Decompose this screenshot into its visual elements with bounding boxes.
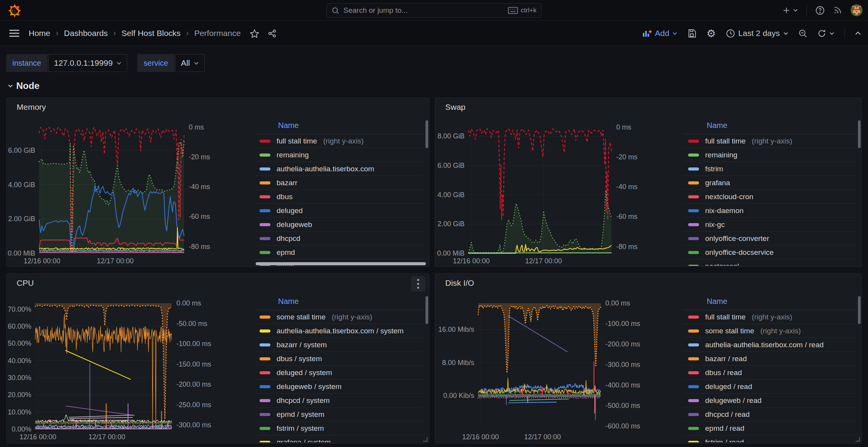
legend-row[interactable]: authelia-authelia.tiserbox.com / system	[254, 324, 424, 338]
legend-series-label[interactable]: dbus	[277, 193, 292, 201]
legend-series-label[interactable]: dbus / system	[277, 355, 322, 363]
grafana-logo[interactable]	[8, 3, 22, 18]
legend-scrollbar[interactable]	[425, 296, 428, 324]
legend-row[interactable]: full stall time (right y-axis)	[683, 134, 856, 148]
legend-series-label[interactable]: dbus / read	[705, 369, 742, 377]
legend-row[interactable]: bazarr	[254, 176, 424, 190]
legend-series-label[interactable]: grafana / system	[277, 438, 331, 443]
legend-series-label[interactable]: onlyoffice-docservice	[705, 248, 774, 257]
legend-scrollbar[interactable]	[858, 296, 861, 324]
legend-series-label[interactable]: nextcloud-cron	[705, 193, 754, 201]
legend-row[interactable]: dhcpcd / system	[254, 394, 424, 408]
legend-row[interactable]: dbus / read	[683, 366, 856, 380]
legend-series-label[interactable]: delugeweb / system	[277, 382, 342, 391]
favorite-button[interactable]	[250, 29, 259, 38]
legend-row[interactable]: dbus	[254, 190, 424, 204]
legend-row[interactable]: dbus / system	[254, 352, 424, 366]
legend-row[interactable]: delugeweb / read	[683, 394, 856, 408]
legend-series-label[interactable]: deluged / read	[705, 382, 752, 391]
legend-row[interactable]: full stall time (right y-axis)	[683, 310, 856, 324]
row-node[interactable]: Node	[8, 80, 39, 91]
legend-series-label[interactable]: some stall time	[705, 327, 754, 335]
legend-series-label[interactable]: fstrim / system	[277, 424, 324, 433]
save-dashboard-button[interactable]	[687, 29, 696, 38]
legend-series-label[interactable]: bazarr / system	[277, 341, 327, 349]
legend-row[interactable]: fstrim	[683, 162, 856, 176]
legend-row[interactable]: nextcloud-cron	[683, 190, 856, 204]
legend-row[interactable]: epmd / read	[683, 421, 856, 435]
legend-row[interactable]: grafana / system	[254, 435, 424, 442]
search-input[interactable]	[343, 6, 504, 15]
memory-chart[interactable]: 0.00 MiB2.00 GiB4.00 GiB6.00 GiB0 ms-20 …	[7, 113, 250, 267]
legend-header[interactable]: Name	[254, 293, 424, 310]
legend-scrollbar[interactable]	[858, 120, 861, 148]
cpu-chart[interactable]: 0.00%10.00%20.00%30.00%40.00%50.00%60.00…	[7, 289, 250, 444]
disk-io-chart[interactable]: 0.00 Kib/s8.00 Mib/s16.00 Mib/s0.00 ms-1…	[435, 289, 679, 444]
refresh-button[interactable]	[817, 29, 834, 38]
legend-row[interactable]: deluged	[254, 204, 424, 218]
legend-series-label[interactable]: dhcpcd / system	[277, 396, 330, 405]
legend-series-label[interactable]: remaining	[705, 151, 737, 159]
legend-row[interactable]: some stall time (right y-axis)	[683, 324, 856, 338]
legend-series-label[interactable]: authelia-authelia.tiserbox.com / read	[705, 341, 824, 349]
legend-row[interactable]: bazarr / system	[254, 338, 424, 352]
instance-label[interactable]: instance	[6, 54, 48, 72]
add-button[interactable]: Add	[642, 29, 677, 38]
service-label[interactable]: service	[137, 54, 174, 72]
legend-series-label[interactable]: full stall time	[705, 313, 746, 321]
legend-row[interactable]: onlyoffice-docservice	[683, 246, 856, 259]
menu-button[interactable]	[9, 29, 19, 37]
panel-resize-handle[interactable]	[856, 437, 860, 442]
legend-series-label[interactable]: nix-daemon	[705, 206, 743, 215]
legend-row[interactable]: epmd / system	[254, 408, 424, 421]
dashboard-settings-button[interactable]: ⚙	[706, 28, 716, 39]
legend-header[interactable]: Name	[254, 117, 424, 134]
legend-series-label[interactable]: remaining	[277, 151, 309, 159]
legend-series-label[interactable]: delugeweb / read	[705, 396, 762, 405]
breadcrumb-folder[interactable]: Self Host Blocks	[121, 29, 181, 38]
legend-series-label[interactable]: epmd / system	[277, 410, 325, 419]
legend-row[interactable]: remaining	[683, 148, 856, 162]
panel-resize-handle[interactable]	[423, 437, 427, 442]
legend-series-label[interactable]: onlyoffice-converter	[705, 234, 769, 243]
panel-title[interactable]: CPU	[17, 278, 34, 288]
legend-series-label[interactable]: postgresql	[705, 262, 739, 266]
swap-chart[interactable]: 0.00 MiB2.00 GiB4.00 GiB6.00 GiB8.00 GiB…	[435, 113, 679, 267]
help-button[interactable]	[815, 6, 825, 15]
legend-row[interactable]: authelia-authelia.tiserbox.com / read	[683, 338, 856, 352]
legend-series-label[interactable]: fstrim / read	[705, 438, 744, 443]
legend-row[interactable]: authelia-authelia.tiserbox.com	[254, 162, 424, 176]
panel-title[interactable]: Disk I/O	[445, 278, 474, 288]
legend-row[interactable]: fstrim / read	[683, 435, 856, 442]
avatar[interactable]	[851, 4, 863, 16]
legend-series-label[interactable]: deluged / system	[277, 369, 332, 377]
legend-series-label[interactable]: authelia-authelia.tiserbox.com	[277, 165, 374, 173]
legend-row[interactable]: dhcpcd / read	[683, 408, 856, 421]
breadcrumb-dashboards[interactable]: Dashboards	[64, 29, 108, 38]
zoom-out-button[interactable]	[798, 29, 807, 38]
legend-series-label[interactable]: full stall time	[705, 137, 746, 145]
collapse-toolbar-button[interactable]	[855, 31, 861, 35]
legend-series-label[interactable]: some stall time	[277, 313, 326, 321]
legend-series-label[interactable]: deluged	[277, 206, 303, 215]
legend-series-label[interactable]: epmd	[277, 248, 295, 257]
new-button[interactable]	[782, 6, 798, 15]
global-search[interactable]: ctrl+k	[326, 3, 542, 18]
legend-row[interactable]: dhcpcd	[254, 232, 424, 246]
legend-series-label[interactable]: full stall time	[277, 137, 317, 145]
legend-row[interactable]: delugeweb / system	[254, 380, 424, 394]
legend-row[interactable]: bazarr / read	[683, 352, 856, 366]
legend-row[interactable]: remaining	[254, 148, 424, 162]
panel-menu-button[interactable]	[411, 276, 425, 292]
legend-series-label[interactable]: epmd / read	[705, 424, 744, 433]
legend-header[interactable]: Name	[683, 293, 856, 310]
legend-series-label[interactable]: nix-gc	[705, 220, 725, 229]
legend-series-label[interactable]: delugeweb	[277, 220, 312, 229]
legend-row[interactable]: postgresql	[683, 259, 856, 266]
legend-series-label[interactable]: grafana	[705, 179, 730, 187]
share-button[interactable]	[268, 29, 277, 38]
legend-series-label[interactable]: bazarr / read	[705, 355, 747, 363]
legend-h-scrollbar[interactable]	[256, 262, 426, 265]
legend-row[interactable]: some stall time (right y-axis)	[254, 310, 424, 324]
legend-series-label[interactable]: dhcpcd	[277, 234, 300, 243]
